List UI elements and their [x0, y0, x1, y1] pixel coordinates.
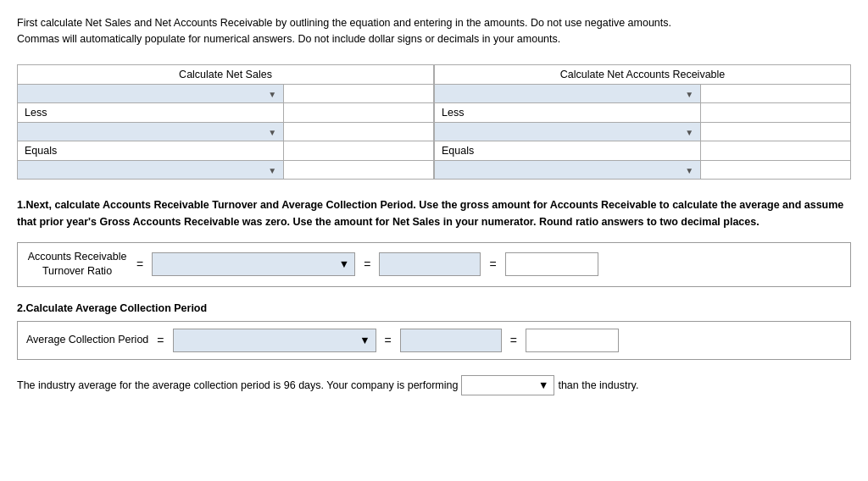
net-ar-less-value[interactable]	[701, 122, 851, 141]
net-ar-equals-value[interactable]	[701, 160, 851, 179]
ar-turnover-dropdown1[interactable]: ▼	[152, 252, 355, 276]
net-sales-equals-dropdown[interactable]: ▼	[18, 160, 284, 179]
ar-turnover-result-input[interactable]	[505, 252, 598, 276]
avg-collection-section: Average Collection Period = ▼ = =	[17, 321, 851, 360]
net-sales-less-dropdown[interactable]: ▼	[18, 122, 284, 141]
ar-turnover-dropdown2[interactable]	[379, 252, 481, 276]
ar-turnover-equals3: =	[486, 257, 499, 271]
section1-instruction-text: 1.Next, calculate Accounts Receivable Tu…	[17, 199, 843, 228]
section2-label: 2.Calculate Average Collection Period	[17, 302, 851, 314]
net-sales-less-input[interactable]	[284, 102, 434, 122]
avg-collection-row: Average Collection Period = ▼ = =	[17, 321, 851, 360]
avg-collection-result-input[interactable]	[526, 329, 619, 352]
industry-dropdown-arrow: ▼	[538, 379, 548, 391]
net-ar-top-dropdown-arrow: ▼	[685, 90, 693, 99]
net-sales-equals-input[interactable]	[284, 141, 434, 160]
net-ar-less-dropdown-arrow: ▼	[685, 128, 693, 137]
ar-turnover-row: Accounts Receivable Turnover Ratio = ▼ =…	[17, 242, 851, 287]
avg-collection-equals1: =	[153, 334, 167, 347]
industry-text-before: The industry average for the average col…	[17, 379, 458, 391]
avg-collection-dropdown1-arrow: ▼	[359, 334, 370, 346]
section1-instruction: 1.Next, calculate Accounts Receivable Tu…	[17, 196, 851, 230]
net-ar-less-dropdown[interactable]: ▼	[435, 122, 701, 141]
net-sales-top-dropdown-arrow: ▼	[268, 90, 276, 99]
industry-line: The industry average for the average col…	[17, 375, 851, 395]
instruction-line1: First calculate Net Sales and Net Accoun…	[17, 17, 671, 29]
net-ar-top-input[interactable]	[701, 84, 851, 102]
net-sales-equals-value[interactable]	[284, 160, 434, 179]
industry-text-after: than the industry.	[558, 379, 638, 391]
ar-turnover-label: Accounts Receivable Turnover Ratio	[26, 250, 128, 279]
avg-collection-label: Average Collection Period	[26, 333, 148, 348]
avg-collection-equals3: =	[507, 334, 520, 347]
net-sales-equals-label: Equals	[18, 141, 284, 160]
instruction-line2: Commas will automatically populate for n…	[17, 33, 560, 45]
instructions: First calculate Net Sales and Net Accoun…	[17, 15, 851, 47]
ar-turnover-equals2: =	[360, 257, 374, 271]
net-ar-equals-dropdown[interactable]: ▼	[435, 160, 701, 179]
net-sales-equals-dropdown-arrow: ▼	[268, 166, 276, 175]
net-ar-equals-dropdown-arrow: ▼	[685, 166, 693, 175]
industry-dropdown[interactable]: ▼	[461, 375, 554, 395]
net-ar-less-input[interactable]	[701, 102, 851, 122]
net-ar-header: Calculate Net Accounts Receivable	[435, 64, 851, 84]
net-sales-table: Calculate Net Sales ▼ Less ▼ Equals ▼	[17, 64, 434, 180]
net-sales-less-value[interactable]	[284, 122, 434, 141]
net-sales-top-dropdown[interactable]: ▼	[18, 84, 284, 102]
ar-turnover-section: Accounts Receivable Turnover Ratio = ▼ =…	[17, 242, 851, 287]
net-ar-equals-input[interactable]	[701, 141, 851, 160]
net-sales-less-dropdown-arrow: ▼	[268, 128, 276, 137]
net-sales-less-label: Less	[18, 102, 284, 122]
avg-collection-dropdown1[interactable]: ▼	[173, 329, 376, 352]
net-sales-header: Calculate Net Sales	[18, 64, 434, 84]
top-tables: Calculate Net Sales ▼ Less ▼ Equals ▼	[17, 64, 851, 180]
net-ar-table: Calculate Net Accounts Receivable ▼ Less…	[434, 64, 851, 180]
ar-turnover-equals1: =	[133, 257, 147, 271]
avg-collection-equals2: =	[381, 334, 395, 347]
net-ar-equals-label: Equals	[435, 141, 701, 160]
net-sales-top-input[interactable]	[284, 84, 434, 102]
net-ar-less-label: Less	[435, 102, 701, 122]
ar-turnover-dropdown1-arrow: ▼	[339, 258, 349, 270]
avg-collection-dropdown2[interactable]	[400, 329, 502, 352]
net-ar-top-dropdown[interactable]: ▼	[435, 84, 701, 102]
